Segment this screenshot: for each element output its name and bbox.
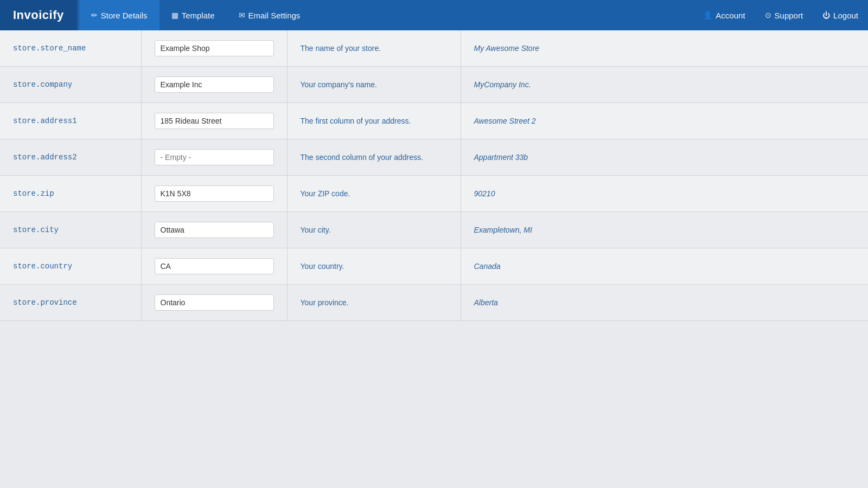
field-input-cell: [141, 212, 287, 248]
field-input[interactable]: [155, 76, 274, 93]
field-input[interactable]: [155, 222, 274, 238]
table-row: store.countryYour country.Canada: [0, 248, 868, 285]
email-icon: ✉: [239, 11, 245, 20]
nav-logout[interactable]: ⏻ Logout: [813, 0, 868, 30]
field-description: Your company's name.: [287, 67, 461, 103]
field-example: Alberta: [461, 285, 868, 321]
nav-store-details[interactable]: ✏ Store Details: [79, 0, 159, 30]
field-input[interactable]: [155, 258, 274, 274]
app-brand: Invoicify: [0, 0, 77, 30]
field-input-cell: [141, 176, 287, 212]
settings-table: store.store_nameThe name of your store.M…: [0, 30, 868, 321]
template-icon: ▦: [171, 11, 178, 20]
field-example: Canada: [461, 248, 868, 285]
field-label: store.company: [0, 67, 141, 103]
field-label: store.province: [0, 285, 141, 321]
table-row: store.zipYour ZIP code.90210: [0, 176, 868, 212]
field-input-cell: [141, 103, 287, 139]
field-example: Awesome Street 2: [461, 103, 868, 139]
field-input-cell: [141, 67, 287, 103]
field-description: The name of your store.: [287, 30, 461, 67]
nav-account[interactable]: 👤 Account: [693, 0, 755, 30]
field-input[interactable]: [155, 113, 274, 129]
field-description: Your city.: [287, 212, 461, 248]
nav-template[interactable]: ▦ Template: [159, 0, 227, 30]
field-example: Appartment 33b: [461, 139, 868, 176]
field-description: The first column of your address.: [287, 103, 461, 139]
field-label: store.store_name: [0, 30, 141, 67]
field-input-cell: [141, 30, 287, 67]
table-row: store.address1The first column of your a…: [0, 103, 868, 139]
nav-right: 👤 Account ⊙ Support ⏻ Logout: [693, 0, 868, 30]
field-label: store.address1: [0, 103, 141, 139]
nav-support[interactable]: ⊙ Support: [755, 0, 813, 30]
table-row: store.store_nameThe name of your store.M…: [0, 30, 868, 67]
table-row: store.cityYour city.Exampletown, MI: [0, 212, 868, 248]
main-nav: Invoicify ✏ Store Details ▦ Template ✉ E…: [0, 0, 868, 30]
field-input-cell: [141, 139, 287, 176]
main-content: store.store_nameThe name of your store.M…: [0, 30, 868, 321]
field-example: MyCompany Inc.: [461, 67, 868, 103]
field-input-cell: [141, 248, 287, 285]
field-input-cell: [141, 285, 287, 321]
field-example: 90210: [461, 176, 868, 212]
table-row: store.address2The second column of your …: [0, 139, 868, 176]
field-description: The second column of your address.: [287, 139, 461, 176]
field-label: store.city: [0, 212, 141, 248]
nav-email-settings[interactable]: ✉ Email Settings: [227, 0, 312, 30]
field-description: Your province.: [287, 285, 461, 321]
table-row: store.companyYour company's name.MyCompa…: [0, 67, 868, 103]
field-label: store.zip: [0, 176, 141, 212]
field-input[interactable]: [155, 294, 274, 311]
field-description: Your country.: [287, 248, 461, 285]
nav-items: ✏ Store Details ▦ Template ✉ Email Setti…: [79, 0, 694, 30]
field-description: Your ZIP code.: [287, 176, 461, 212]
field-input[interactable]: [155, 40, 274, 56]
table-row: store.provinceYour province.Alberta: [0, 285, 868, 321]
support-icon: ⊙: [765, 11, 771, 20]
field-label: store.address2: [0, 139, 141, 176]
field-label: store.country: [0, 248, 141, 285]
account-icon: 👤: [703, 11, 712, 20]
logout-icon: ⏻: [822, 11, 830, 20]
field-example: Exampletown, MI: [461, 212, 868, 248]
field-input[interactable]: [155, 185, 274, 202]
field-example: My Awesome Store: [461, 30, 868, 67]
field-input[interactable]: [155, 149, 274, 165]
pencil-icon: ✏: [91, 11, 98, 20]
